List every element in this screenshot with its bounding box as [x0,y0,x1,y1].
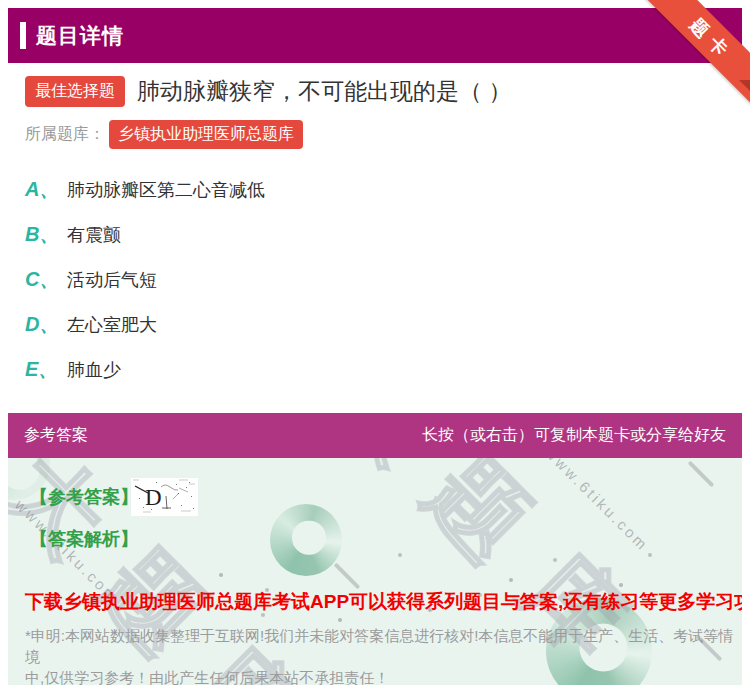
watermark-slash [334,563,361,590]
ribbon-fold [739,80,750,91]
watermark-url: www.6tiku.com [542,458,652,554]
option-b-letter: B、 [25,221,67,248]
option-d[interactable]: D、 左心室肥大 [25,311,157,338]
answer-bar: 参考答案 长按（或右击）可复制本题卡或分享给好友 [8,413,742,458]
option-b[interactable]: B、 有震颤 [25,221,121,248]
answer-analysis-label: 【答案解析】 [30,527,138,551]
page-header: 题目详情 [8,8,742,63]
option-e[interactable]: E、 肺血少 [25,356,121,383]
disclaimer-line-2: 中,仅供学习参考！由此产生任何后果本站不承担责任！ [25,667,737,685]
option-a-letter: A、 [25,176,67,203]
question-bank-label: 所属题库： [25,124,105,145]
answer-panel: 大题库 大题库 www.6tiku.com www.6tiku.com 【参考答… [8,458,742,685]
corner-ribbon: 题卡 [642,0,750,108]
swirl-logo-medium [270,504,342,576]
option-a[interactable]: A、 肺动脉瓣区第二心音减低 [25,176,265,203]
question-type-badge: 最佳选择题 [25,76,125,107]
option-d-letter: D、 [25,311,67,338]
app-download-promo-link[interactable]: 下载乡镇执业助理医师总题库考试APP可以获得系列题目与答案,还有练习等更多学习功… [25,589,742,615]
header-accent-bar [20,22,26,49]
question-bank-link[interactable]: 乡镇执业助理医师总题库 [109,120,303,149]
option-c-letter: C、 [25,266,67,293]
option-c-text: 活动后气短 [67,268,157,292]
page-title: 题目详情 [36,22,124,50]
option-c[interactable]: C、 活动后气短 [25,266,157,293]
answer-captcha-image: D [131,478,198,516]
question-card-ribbon[interactable]: 题卡 [642,0,750,108]
disclaimer-text: *申明:本网站数据收集整理于互联网!我们并未能对答案信息进行核对!本信息不能用于… [25,625,737,685]
option-b-text: 有震颤 [67,223,121,247]
option-d-text: 左心室肥大 [67,313,157,337]
answer-bar-hint: 长按（或右击）可复制本题卡或分享给好友 [422,425,726,446]
question-text: 肺动脉瓣狭窄，不可能出现的是（ ） [137,76,511,107]
question-bank-row: 所属题库： 乡镇执业助理医师总题库 [25,120,303,149]
answer-value: D [145,485,162,510]
option-a-text: 肺动脉瓣区第二心音减低 [67,178,265,202]
option-e-text: 肺血少 [67,358,121,382]
reference-answer-label: 【参考答案】 [30,485,138,509]
watermark-slash [688,461,715,488]
disclaimer-line-1: *申明:本网站数据收集整理于互联网!我们并未能对答案信息进行核对!本信息不能用于… [25,625,737,667]
answer-bar-title: 参考答案 [24,425,88,446]
option-e-letter: E、 [25,356,67,383]
question-row: 最佳选择题 肺动脉瓣狭窄，不可能出现的是（ ） [25,76,511,107]
question-detail-page: 题目详情 题卡 最佳选择题 肺动脉瓣狭窄，不可能出现的是（ ） 所属题库： 乡镇… [0,0,750,685]
